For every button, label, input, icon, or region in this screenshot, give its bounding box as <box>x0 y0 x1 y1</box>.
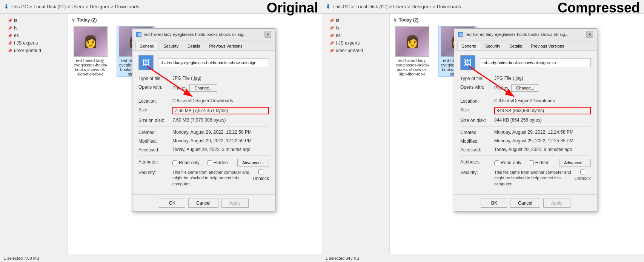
left-thumb-1 <box>74 26 108 57</box>
right-sidebar-item-3[interactable]: 📌 es <box>322 32 389 39</box>
left-change-button[interactable]: Change... <box>189 84 217 92</box>
right-tab-security[interactable]: Security <box>481 42 504 50</box>
right-unblock-checkbox[interactable] <box>580 170 585 174</box>
sidebar-item-3[interactable]: 📌 es <box>0 32 68 39</box>
left-dialog-close-button[interactable]: ✕ <box>264 31 271 38</box>
right-tab-previous-versions[interactable]: Previous Versions <box>527 42 569 50</box>
right-file-item-1[interactable]: red-haired-lady-eyeglasses-holds-books-s… <box>393 26 431 76</box>
right-dialog-body: 🖼 Type of file: JPG File (.jpg) Opens wi… <box>454 51 597 194</box>
left-size-value: 7.60 MB (7,974,451 bytes) <box>172 107 269 114</box>
right-change-button[interactable]: Change... <box>511 84 539 92</box>
left-accessed-label: Accessed: <box>138 147 172 153</box>
left-sep-1 <box>138 95 269 95</box>
left-sidebar: 📌 ts 📌 ls 📌 es 📌 t JS experts 📌 umer-por… <box>0 14 68 260</box>
right-advanced-button[interactable]: Advanced... <box>559 159 591 166</box>
right-size-disk-row: Size on disk: 844 KB (864,256 bytes) <box>460 117 591 123</box>
right-pin-icon-2: 📌 <box>329 26 334 30</box>
left-filename-input[interactable] <box>158 58 269 67</box>
pin-icon-2: 📌 <box>8 26 12 30</box>
right-dialog-close-button[interactable]: ✕ <box>586 31 593 38</box>
right-hidden-text: Hidden <box>535 160 550 165</box>
left-advanced-button[interactable]: Advanced... <box>237 159 269 166</box>
left-readonly-label[interactable]: Read-only <box>172 160 200 165</box>
right-readonly-checkbox[interactable] <box>494 160 499 165</box>
right-panel: Compressed ⬇ This PC > Local Disk (C:) >… <box>322 0 644 262</box>
left-file-item-1[interactable]: red-haired-lady-eyeglasses-holds-books-s… <box>72 26 109 76</box>
left-attributes-controls: Read-only Hidden Advanced... <box>172 159 269 166</box>
left-nav-arrow[interactable]: ⬇ <box>4 3 9 10</box>
left-cancel-button[interactable]: Cancel <box>188 199 218 208</box>
right-accessed-row: Accessed: Today, August 29, 2022, 9 minu… <box>460 147 591 153</box>
left-size-row: Size: 7.60 MB (7,974,451 bytes) <box>138 107 269 114</box>
right-breadcrumb[interactable]: This PC > Local Disk (C:) > Users > Desi… <box>332 4 461 9</box>
left-accessed-value: Today, August 29, 2022, 3 minutes ago <box>172 147 269 152</box>
sidebar-label-3: es <box>14 33 19 38</box>
left-dialog-title-text: red-haired-lady-eyeglasses-holds-books-s… <box>144 32 262 37</box>
right-dialog-title-icon: 🖼 <box>458 32 463 37</box>
right-apply-button[interactable]: Apply <box>543 199 570 208</box>
left-security-value: This file came from another computer and… <box>172 170 269 187</box>
left-hidden-label[interactable]: Hidden <box>207 160 228 165</box>
left-ok-button[interactable]: OK <box>159 199 185 208</box>
left-modified-value: Monday, August 29, 2022, 12:22:59 PM <box>172 138 269 143</box>
right-filename-input[interactable] <box>480 58 591 67</box>
right-sep-3 <box>460 156 591 156</box>
right-security-text: This file came from another computer and… <box>494 170 572 187</box>
left-apply-button[interactable]: Apply <box>221 199 249 208</box>
right-status-bar: 1 selected 843 KB <box>322 254 644 262</box>
left-opens-label: Opens with: <box>138 84 172 90</box>
left-thumb-img-1 <box>74 27 107 56</box>
left-breadcrumb[interactable]: This PC > Local Disk (C:) > Users > Desi… <box>11 4 139 9</box>
sidebar-item-5[interactable]: 📌 umer-portal-d <box>0 47 68 54</box>
right-accessed-value: Today, August 29, 2022, 9 minutes ago <box>494 147 591 152</box>
right-opens-label: Opens with: <box>460 84 494 90</box>
right-type-label: Type of file: <box>460 76 494 81</box>
right-nav-arrow[interactable]: ⬇ <box>326 3 330 10</box>
right-sidebar-item-4[interactable]: 📌 t JS experts <box>322 39 389 47</box>
right-modified-label: Modified: <box>460 138 494 144</box>
right-unblock-label[interactable]: Unblock <box>575 170 591 181</box>
right-hidden-checkbox[interactable] <box>529 160 534 165</box>
sidebar-item-1[interactable]: 📌 ts <box>0 17 68 24</box>
left-readonly-checkbox[interactable] <box>172 160 177 165</box>
right-pin-icon-3: 📌 <box>329 34 334 38</box>
left-unblock-label[interactable]: Unblock <box>253 170 269 181</box>
chevron-down-icon-left: ∨ <box>72 17 75 23</box>
left-size-disk-row: Size on disk: 7.60 MB (7,979,008 bytes) <box>138 117 269 123</box>
left-hidden-checkbox[interactable] <box>207 160 212 165</box>
sidebar-item-2[interactable]: 📌 ls <box>0 24 68 32</box>
right-panel-label: Compressed <box>558 0 640 16</box>
right-cancel-button[interactable]: Cancel <box>510 199 540 208</box>
chevron-down-icon-right: ∨ <box>393 17 397 23</box>
right-location-value: C:\Users\Designer\Downloads <box>494 98 591 103</box>
right-sidebar-item-1[interactable]: 📌 ts <box>322 17 389 24</box>
left-readonly-text: Read-only <box>179 160 200 165</box>
right-sidebar-item-2[interactable]: 📌 ls <box>322 24 389 32</box>
right-sidebar-item-5[interactable]: 📌 umer-portal-d <box>322 47 389 54</box>
right-size-value: 843 KB (863,930 bytes) <box>494 107 591 114</box>
right-sidebar-label-5: umer-portal-d <box>336 48 363 53</box>
left-tab-security[interactable]: Security <box>159 42 183 50</box>
right-unblock-text: Unblock <box>575 176 591 181</box>
left-security-row: Security: This file came from another co… <box>138 170 269 187</box>
right-accessed-label: Accessed: <box>460 147 494 153</box>
right-tab-details[interactable]: Details <box>505 42 526 50</box>
right-dialog-title-text: red-haired-lady-eyeglasses-holds-books-s… <box>466 32 584 37</box>
left-size-disk-label: Size on disk: <box>138 117 172 123</box>
left-opens-row: Opens with: Photos Change... <box>138 84 269 92</box>
left-opens-value: Photos Change... <box>172 84 269 92</box>
left-unblock-text: Unblock <box>253 176 269 181</box>
left-tab-general[interactable]: General <box>135 42 158 50</box>
pin-icon-3: 📌 <box>8 34 12 38</box>
right-pin-icon-1: 📌 <box>329 18 334 23</box>
left-panel-label: Original <box>267 0 318 16</box>
left-unblock-checkbox[interactable] <box>258 170 263 174</box>
right-today-text: Today (2) <box>399 17 418 23</box>
right-readonly-label[interactable]: Read-only <box>494 160 521 165</box>
right-ok-button[interactable]: OK <box>481 199 507 208</box>
left-tab-previous-versions[interactable]: Previous Versions <box>205 42 247 50</box>
right-tab-general[interactable]: General <box>457 42 480 50</box>
right-hidden-label[interactable]: Hidden <box>529 160 550 165</box>
sidebar-item-4[interactable]: 📌 t JS experts <box>0 39 68 47</box>
left-tab-details[interactable]: Details <box>183 42 204 50</box>
